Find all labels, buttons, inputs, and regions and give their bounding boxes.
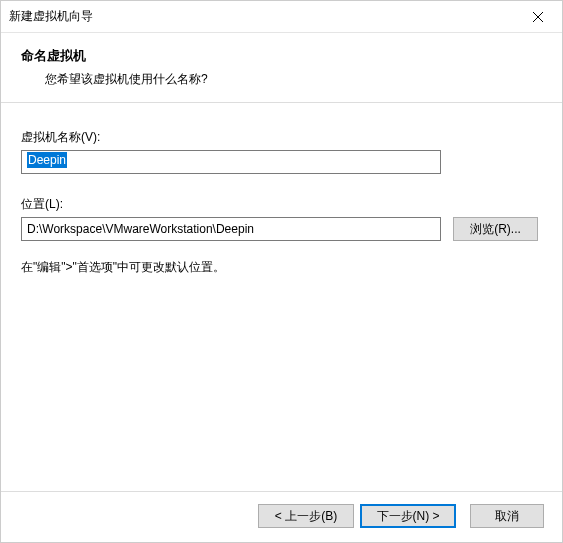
page-title: 命名虚拟机 bbox=[21, 47, 554, 65]
new-vm-wizard-dialog: 新建虚拟机向导 命名虚拟机 您希望该虚拟机使用什么名称? 虚拟机名称(V): D… bbox=[0, 0, 563, 543]
location-hint: 在"编辑">"首选项"中可更改默认位置。 bbox=[21, 259, 542, 276]
back-button[interactable]: < 上一步(B) bbox=[258, 504, 354, 528]
wizard-body: 虚拟机名称(V): Deepin 位置(L): 浏览(R)... 在"编辑">"… bbox=[1, 103, 562, 491]
close-button[interactable] bbox=[518, 3, 558, 31]
vm-name-value: Deepin bbox=[27, 152, 67, 168]
close-icon bbox=[533, 12, 543, 22]
cancel-button[interactable]: 取消 bbox=[470, 504, 544, 528]
wizard-header: 命名虚拟机 您希望该虚拟机使用什么名称? bbox=[1, 33, 562, 102]
window-title: 新建虚拟机向导 bbox=[9, 8, 518, 25]
next-button[interactable]: 下一步(N) > bbox=[360, 504, 456, 528]
location-input[interactable] bbox=[21, 217, 441, 241]
vm-name-input[interactable]: Deepin bbox=[21, 150, 441, 174]
vm-name-label: 虚拟机名称(V): bbox=[21, 129, 542, 146]
browse-button[interactable]: 浏览(R)... bbox=[453, 217, 538, 241]
wizard-footer: < 上一步(B) 下一步(N) > 取消 bbox=[1, 491, 562, 542]
titlebar: 新建虚拟机向导 bbox=[1, 1, 562, 33]
location-label: 位置(L): bbox=[21, 196, 542, 213]
page-subtitle: 您希望该虚拟机使用什么名称? bbox=[21, 71, 554, 88]
